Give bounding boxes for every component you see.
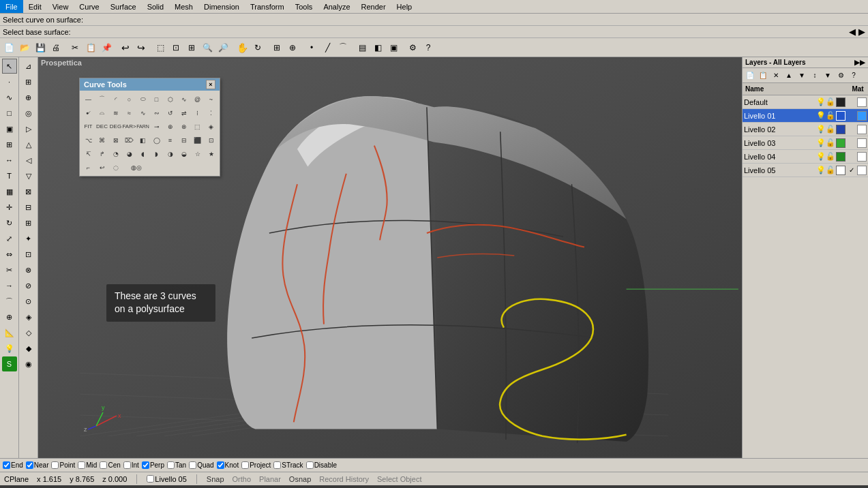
layer-row-livello03[interactable]: Livello 03 💡 🔓 xyxy=(743,136,868,150)
ct-r5[interactable]: ◖ xyxy=(136,147,149,160)
snap-perp[interactable]: Perp xyxy=(142,461,164,469)
nav-icon-right[interactable]: ▶ xyxy=(858,27,865,37)
layer-color-livello02[interactable] xyxy=(836,125,845,134)
snap-status[interactable]: Snap xyxy=(207,475,224,483)
layer-color-livello03[interactable] xyxy=(836,138,845,148)
layer-delete-button[interactable]: ✕ xyxy=(770,70,782,82)
ct-pt-crv[interactable]: ●◜ xyxy=(82,106,95,119)
layer-new-button[interactable]: 📄 xyxy=(744,70,756,82)
snap-near[interactable]: Near xyxy=(26,461,49,469)
view-tool-12[interactable]: ✦ xyxy=(21,231,36,246)
ct-match[interactable]: ≈ xyxy=(123,106,136,119)
layer-vis-default[interactable]: 💡 xyxy=(816,97,826,107)
ct-rebuild[interactable]: ↺ xyxy=(164,106,177,119)
layer-copy-button[interactable]: 📋 xyxy=(757,70,769,82)
ct-contour[interactable]: ≡ xyxy=(164,134,177,147)
layer-lock-livello04[interactable]: 🔓 xyxy=(826,152,835,162)
ct-pull[interactable]: ⌘ xyxy=(95,134,108,147)
rotate-button[interactable]: ↻ xyxy=(250,40,265,55)
active-layer-toggle[interactable]: Livello 05 xyxy=(147,475,186,483)
ct-s5[interactable] xyxy=(150,161,163,174)
save-button[interactable]: 💾 xyxy=(33,40,48,55)
view-tool-10[interactable]: ⊟ xyxy=(21,200,36,215)
hatch-tool[interactable]: ▦ xyxy=(2,184,17,199)
fillet-tool[interactable]: ⌒ xyxy=(2,294,17,309)
layer-lock-livello03[interactable]: 🔓 xyxy=(826,138,835,148)
redo-button[interactable]: ↪ xyxy=(134,40,149,55)
scale-tool[interactable]: ⤢ xyxy=(2,231,17,246)
view-tool-16[interactable]: ⊙ xyxy=(21,294,36,309)
dimension-tool[interactable]: ↔ xyxy=(2,153,17,168)
menu-transform[interactable]: Transform xyxy=(245,0,290,13)
ct-r10[interactable]: ★ xyxy=(205,147,218,160)
view-tool-8[interactable]: ▽ xyxy=(21,168,36,183)
view-tool-20[interactable]: ◉ xyxy=(21,356,36,371)
ct-join[interactable]: ⊕ xyxy=(164,120,177,133)
rotate-tool[interactable]: ↻ xyxy=(2,215,17,230)
layer-row-livello02[interactable]: Livello 02 💡 🔓 xyxy=(743,123,868,136)
view-tool-5[interactable]: ▷ xyxy=(21,121,36,136)
snap-strack[interactable]: STrack xyxy=(273,461,303,469)
ct-spiral[interactable]: @ xyxy=(191,93,204,106)
ct-split[interactable]: ⊸ xyxy=(150,120,163,133)
print-button[interactable]: 🖨 xyxy=(48,40,63,55)
curve-tools-header[interactable]: Curve Tools × xyxy=(80,78,220,91)
point-tool[interactable]: · xyxy=(2,74,17,89)
layer-color-livello01[interactable] xyxy=(836,111,845,121)
layer-vis-livello05[interactable]: 💡 xyxy=(816,166,826,175)
ct-s2[interactable]: ↩ xyxy=(95,161,108,174)
layer-vis-livello02[interactable]: 💡 xyxy=(816,125,826,134)
ct-proj[interactable]: ⌥ xyxy=(82,134,95,147)
view-tool-14[interactable]: ⊗ xyxy=(21,262,36,277)
cut-button[interactable]: ✂ xyxy=(68,40,83,55)
viewport-area[interactable]: Prospettica Curve Tools × — ⌒ ◜ ○ ⬭ □ ⬡ … xyxy=(38,57,742,458)
ct-r9[interactable]: ☆ xyxy=(191,147,204,160)
snap-grid-button[interactable]: ⊕ xyxy=(285,40,300,55)
material-button[interactable]: ◧ xyxy=(370,40,385,55)
select-tool[interactable]: ↖ xyxy=(2,59,17,74)
layer-row-livello01[interactable]: Livello 01 💡 🔓 xyxy=(743,109,868,123)
ct-r1[interactable]: ↸ xyxy=(82,147,95,160)
grid-button[interactable]: ⊞ xyxy=(269,40,284,55)
layer-settings-button[interactable]: ⚙ xyxy=(835,70,847,82)
ct-simplify[interactable]: ⬚ xyxy=(191,120,204,133)
ct-crv2[interactable]: ⌓ xyxy=(95,106,108,119)
ct-s1[interactable]: ⌐ xyxy=(82,161,95,174)
copy-button[interactable]: 📋 xyxy=(83,40,98,55)
snap-mid[interactable]: Mid xyxy=(78,461,97,469)
move-tool[interactable]: ✛ xyxy=(2,200,17,215)
ct-points[interactable]: ⁞ xyxy=(191,106,204,119)
layer-vis-livello01[interactable]: 💡 xyxy=(816,111,826,121)
layers-expand-icon[interactable]: ▶▶ xyxy=(854,59,865,66)
ct-intersect[interactable]: ⊠ xyxy=(109,134,122,147)
render-tool[interactable]: 💡 xyxy=(2,341,17,356)
ct-s3[interactable]: ◌ xyxy=(109,161,122,174)
layer-mat-livello03[interactable] xyxy=(857,138,867,148)
extend-tool[interactable]: → xyxy=(2,278,17,293)
layer-row-livello04[interactable]: Livello 04 💡 🔓 xyxy=(743,150,868,164)
ct-r2[interactable]: ↱ xyxy=(95,147,108,160)
layer-color-livello04[interactable] xyxy=(836,152,845,162)
view-tool-9[interactable]: ⊠ xyxy=(21,184,36,199)
snap-disable[interactable]: Disable xyxy=(306,461,337,469)
point-button[interactable]: • xyxy=(304,40,319,55)
line-button[interactable]: ╱ xyxy=(320,40,335,55)
zoom-in-button[interactable]: 🔍 xyxy=(200,40,215,55)
ct-freeform[interactable]: ~ xyxy=(205,93,218,106)
ct-iso[interactable]: ◧ xyxy=(136,134,149,147)
osnap-status[interactable]: Osnap xyxy=(289,475,311,483)
ct-offset[interactable]: FIT xyxy=(82,120,95,133)
layer-row-default[interactable]: Default 💡 🔓 xyxy=(743,95,868,109)
curve-tool[interactable]: ∿ xyxy=(2,90,17,105)
snap-project[interactable]: Project xyxy=(241,461,271,469)
menu-view[interactable]: View xyxy=(47,0,74,13)
view-tool-19[interactable]: ◆ xyxy=(21,341,36,356)
snap-knot[interactable]: Knot xyxy=(217,461,239,469)
ct-edit-pts[interactable]: ⁚ xyxy=(205,106,218,119)
new-button[interactable]: 📄 xyxy=(1,40,16,55)
ct-s7[interactable] xyxy=(177,161,190,174)
ct-curve-on-srf[interactable]: ⊡ xyxy=(205,134,218,147)
ct-section[interactable]: ⊟ xyxy=(177,134,190,147)
layer-mat-default[interactable] xyxy=(857,97,867,107)
layer-vis-livello04[interactable]: 💡 xyxy=(816,152,826,162)
